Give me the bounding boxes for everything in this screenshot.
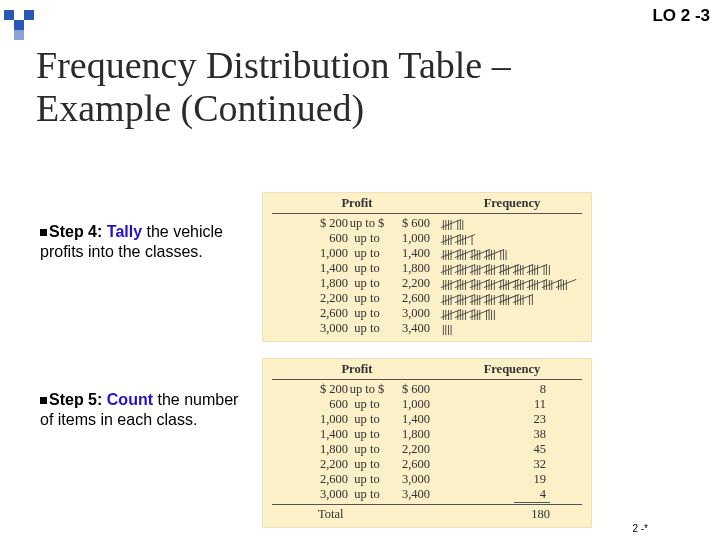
slide-title: Frequency Distribution Table – Example (… xyxy=(36,44,511,129)
table-row: 2,200up to2,60032 xyxy=(272,457,582,472)
total-label: Total xyxy=(272,507,442,522)
svg-rect-1 xyxy=(14,20,24,30)
svg-rect-3 xyxy=(14,30,24,40)
table-row: 2,600up to3,000|||||||||||||||| xyxy=(272,306,582,321)
col-header-frequency: Frequency xyxy=(442,196,582,211)
table-row: 2,200up to2,600|||||||||||||||||||||||||… xyxy=(272,291,582,306)
bullet-icon xyxy=(40,229,47,236)
count-table: Profit Frequency $ 200up to $$ 6008600up… xyxy=(262,358,592,528)
step-4-text: Step 4: Tally the vehicle profits into t… xyxy=(40,222,245,262)
col-header-profit: Profit xyxy=(272,362,442,377)
table-row: $ 200up to $$ 6008 xyxy=(272,382,582,397)
table-row: 3,000up to3,4004 xyxy=(272,487,582,502)
brand-logo xyxy=(4,10,38,40)
table-row: 1,400up to1,80038 xyxy=(272,427,582,442)
bullet-icon xyxy=(40,397,47,404)
svg-rect-0 xyxy=(4,10,14,20)
table-row: 600up to1,000||||||||| xyxy=(272,231,582,246)
page-number: 2 -* xyxy=(632,523,648,534)
col-header-frequency: Frequency xyxy=(442,362,582,377)
svg-rect-2 xyxy=(24,10,34,20)
table-row: 1,000up to1,40023 xyxy=(272,412,582,427)
table-row: 1,800up to2,200|||||||||||||||||||||||||… xyxy=(272,276,582,291)
table-row: $ 200up to $$ 600||||||| xyxy=(272,216,582,231)
learning-objective-tag: LO 2 -3 xyxy=(652,6,710,26)
col-header-profit: Profit xyxy=(272,196,442,211)
title-line-1: Frequency Distribution Table – xyxy=(36,44,511,86)
title-line-2: Example (Continued) xyxy=(36,87,364,129)
step-5-text: Step 5: Count the number of items in eac… xyxy=(40,390,245,430)
table-row: 2,600up to3,00019 xyxy=(272,472,582,487)
table-row: 1,400up to1,800|||||||||||||||||||||||||… xyxy=(272,261,582,276)
table-row: 3,000up to3,400|||| xyxy=(272,321,582,336)
tally-table: Profit Frequency $ 200up to $$ 600||||||… xyxy=(262,192,592,342)
total-value: 180 xyxy=(442,507,582,522)
table-row: 1,000up to1,400||||||||||||||||||| xyxy=(272,246,582,261)
table-row: 600up to1,00011 xyxy=(272,397,582,412)
table-row: 1,800up to2,20045 xyxy=(272,442,582,457)
